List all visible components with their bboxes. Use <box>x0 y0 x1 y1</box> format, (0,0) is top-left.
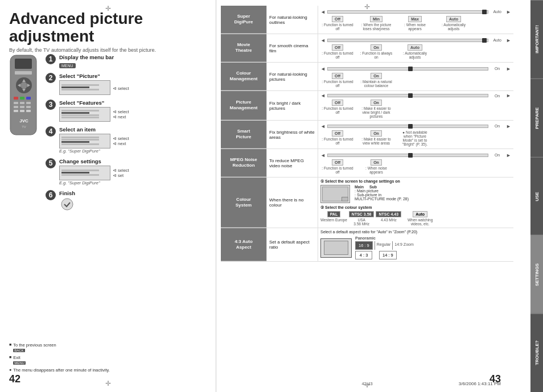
main-label: Main Sub <box>355 185 409 189</box>
super-digipure-desc: For natural-looking outlines <box>266 6 318 34</box>
option-off-box: Off <box>332 44 343 51</box>
tab-use[interactable]: USE <box>530 157 543 236</box>
screen-line-4 <box>61 143 99 145</box>
main-label-text: Main <box>355 185 364 189</box>
page-number-left: 42 <box>9 373 20 385</box>
svg-point-23 <box>61 199 73 210</box>
slider-thumb <box>408 67 413 71</box>
step-5-arrows: ⊲ select ⊲ set <box>113 168 129 178</box>
option-off-desc: : Function is turned off <box>320 80 355 88</box>
auto-colour-desc: When watching videos, etc. <box>403 218 437 226</box>
option-off-desc: : Function is turned off <box>320 23 355 31</box>
step-5-desc: Change settings ⊲ select ⊲ set E.g. "Sup… <box>59 158 211 185</box>
svg-rect-2 <box>15 71 32 75</box>
ntsc358-option: NTSC 3.58 USA3.58 MHz <box>349 211 375 226</box>
colour-management-row: ColourManagement For natural-looking pic… <box>221 63 513 91</box>
step-4-arrows: ⊲ select ⊲ next <box>113 136 129 146</box>
step-3-arrows: ⊲ select ⊲ next <box>113 109 129 119</box>
sub-label-text: Sub <box>369 185 377 189</box>
option-note: ● Not available when "Picture Mode" is s… <box>398 130 432 146</box>
slider-thumb <box>482 38 487 43</box>
step-1-desc: Display the menu bar MENU <box>59 54 211 68</box>
note-exit-text: ExitMENU <box>13 355 26 365</box>
movie-theatre-row: MovieTheatre For smooth cinema film ◄ Au… <box>221 34 513 63</box>
step-2-desc: Select "Picture" ⊲ select <box>59 73 211 95</box>
ntsc443-desc: 4.43 MHz <box>381 218 397 222</box>
mpeg-noise-options: Off : Function is turned off On : When n… <box>320 159 511 174</box>
step-3-screen-box: ⊲ select ⊲ next <box>59 107 211 122</box>
tab-settings[interactable]: SETTINGS <box>530 235 543 313</box>
aspect-16-9: 16 : 9 <box>355 241 373 250</box>
slider-left-arrow: ◄ <box>320 152 326 158</box>
divider <box>375 241 375 250</box>
option-on: On : Make it easier to view bright / dar… <box>359 100 393 118</box>
page-title: Advanced picture adjustment <box>9 10 207 46</box>
svg-rect-14 <box>26 102 31 104</box>
option-on-box: On <box>371 73 382 79</box>
movie-theatre-slider-row: ◄ Auto ► <box>320 38 511 43</box>
slider-left-arrow: ◄ <box>320 93 326 98</box>
slider-right-arrow: ► <box>506 9 511 15</box>
option-max-box: Max <box>408 16 422 22</box>
slider-track <box>327 154 488 157</box>
slider-right-arrow: ► <box>506 66 511 72</box>
picture-management-control: ◄ On ► Off : Function is turned off <box>318 91 513 120</box>
svg-rect-12 <box>14 102 18 104</box>
steps-area: 1 Display the menu bar MENU 2 Select "Pi… <box>46 54 211 216</box>
notes-area: ■ To the previous screenBACK ■ ExitMENU … <box>9 343 112 375</box>
page-subtitle: By default, the TV automatically adjusts… <box>9 47 207 53</box>
step-4-select: ⊲ select <box>113 136 129 141</box>
option-on: On : Maintain a natural colour balance <box>359 73 393 88</box>
picture-management-row: PictureManagement Fix bright / dark pict… <box>221 91 513 121</box>
option-min-box: Min <box>370 16 382 22</box>
14-9-zoom-label: 14:9 Zoom <box>394 241 413 250</box>
option-off: Off : Function is turned off <box>320 16 355 31</box>
picture-management-label: PictureManagement <box>221 91 266 120</box>
option-off: Off : Function is turned off <box>320 44 355 59</box>
movie-theatre-label: MovieTheatre <box>221 34 266 62</box>
svg-text:TV: TV <box>22 125 26 129</box>
super-digipure-slider-row: ◄ Auto ► <box>320 9 511 15</box>
svg-rect-15 <box>14 106 18 108</box>
step-5: 5 Change settings ⊲ select ⊲ set <box>46 158 211 185</box>
slider-track <box>327 39 488 42</box>
screen-line-1 <box>61 110 99 112</box>
page-container: Advanced picture adjustment By default, … <box>0 0 543 392</box>
option-off-desc: : Function is turned off <box>320 51 355 59</box>
svg-rect-19 <box>20 110 24 112</box>
back-key: BACK <box>13 349 24 352</box>
step-4: 4 Select an item ⊲ select ⊲ next <box>46 126 211 154</box>
tab-trouble[interactable]: TROUBLE? <box>530 313 543 392</box>
auto-aspect-options-area: Panoramic 16 : 9 Regular 14:9 Zoom 4 : 3 <box>320 236 511 259</box>
screen-line-2 <box>61 86 89 88</box>
mpeg-noise-control: ◄ On ► Off : Function is turned off <box>318 149 513 177</box>
tab-prepare[interactable]: PREPARE <box>530 79 543 157</box>
slider-thumb <box>482 10 487 14</box>
option-on-box: On <box>371 44 382 51</box>
slider-right-arrow: ► <box>506 123 511 129</box>
colour-system-screen-options: Main Sub : Main picture : Sub-picture in… <box>320 185 511 203</box>
smart-picture-options: Off : Function is turned off On : Make i… <box>320 130 511 146</box>
colour-system-screen-labels: Main Sub : Main picture : Sub-picture in… <box>355 185 409 203</box>
option-on: On : Function is always on <box>359 44 393 59</box>
colour-system-control: ① Select the screen to change settings o… <box>318 178 513 228</box>
option-on: On : Make it easier to view white areas <box>359 130 393 146</box>
register-mark-bottom: ✛ <box>105 379 111 387</box>
colour-system-desc: When there is no colour <box>266 178 318 228</box>
sub-screen <box>342 197 348 201</box>
option-off-desc: : Function is turned off <box>320 106 355 114</box>
step-5-number: 5 <box>46 158 56 168</box>
colour-system-screen-mockup <box>320 185 350 203</box>
step-2-select: ⊲ select <box>113 86 129 91</box>
tab-important[interactable]: IMPORTANT! <box>530 0 543 79</box>
option-off-desc: : Function is turned off <box>320 166 355 174</box>
mpeg-noise-desc: To reduce MPEG video noise <box>266 149 318 177</box>
note-bullet-3: ● <box>9 368 11 373</box>
option-off-box: Off <box>332 100 343 106</box>
svg-rect-1 <box>15 59 32 69</box>
step-4-number: 4 <box>46 126 56 137</box>
regular-label: Regular <box>377 241 391 250</box>
slider-track <box>327 67 488 71</box>
option-max: Max : When noise appears <box>398 16 432 31</box>
svg-rect-16 <box>20 106 24 108</box>
